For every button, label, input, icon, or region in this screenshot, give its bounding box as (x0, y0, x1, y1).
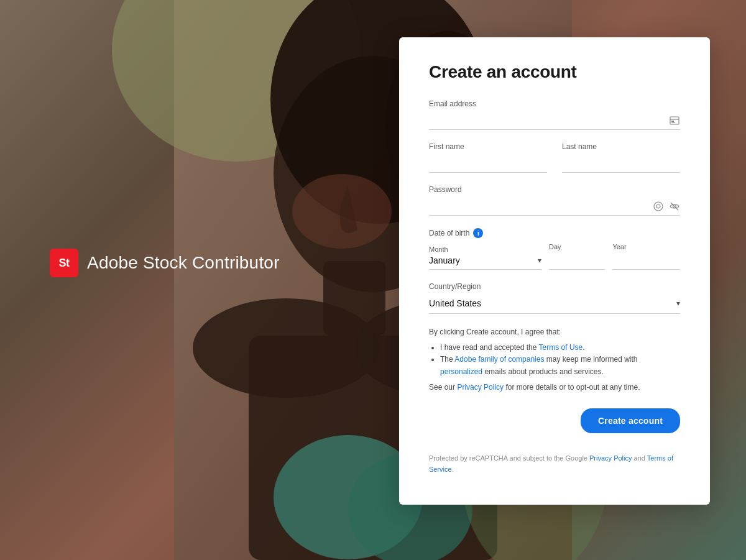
autofill-icon[interactable] (669, 115, 680, 126)
year-input[interactable] (612, 253, 680, 270)
password-input-wrapper (429, 198, 680, 216)
svg-rect-14 (670, 117, 679, 124)
month-chevron-icon: ▾ (538, 256, 541, 265)
adobe-family-link[interactable]: Adobe family of companies (454, 355, 544, 364)
svg-point-18 (654, 202, 663, 211)
email-label: Email address (429, 99, 680, 108)
logo-area: St Adobe Stock Contributor (50, 249, 280, 277)
email-input[interactable] (429, 112, 680, 130)
email-icon-area (669, 115, 680, 126)
firstname-group: First name (429, 142, 547, 173)
legal-item1-post: . (583, 343, 584, 352)
svg-rect-16 (671, 121, 674, 122)
lastname-label: Last name (562, 142, 680, 151)
dob-info-icon[interactable]: i (473, 228, 483, 238)
country-group: Country/Region United States ▾ (429, 282, 680, 314)
captcha-mid: and (632, 454, 647, 462)
captcha-area: Protected by reCAPTCHA and subject to th… (429, 453, 680, 475)
legal-item2-post: emails about products and services. (482, 367, 604, 376)
logo-icon-text: St (59, 257, 70, 270)
firstname-label: First name (429, 142, 547, 151)
dob-group: Date of birth i Month January ▾ Day Year (429, 228, 680, 270)
create-account-button[interactable]: Create account (581, 408, 680, 433)
email-group: Email address (429, 99, 680, 130)
dob-row: Month January ▾ Day Year (429, 243, 680, 270)
dob-label: Date of birth (429, 229, 469, 237)
password-icon-area (653, 201, 680, 212)
password-group: Password (429, 185, 680, 216)
month-label: Month (429, 246, 541, 253)
password-strength-icon (653, 201, 664, 212)
legal-item1-pre: I have read and accepted the (440, 343, 539, 352)
password-input[interactable] (429, 198, 680, 216)
show-password-icon[interactable] (669, 201, 680, 212)
month-select[interactable]: January ▾ (429, 255, 541, 270)
year-col: Year (612, 243, 680, 270)
dob-label-row: Date of birth i (429, 228, 680, 238)
svg-line-21 (671, 203, 678, 210)
app-logo-icon: St (50, 249, 78, 277)
country-label: Country/Region (429, 282, 680, 291)
svg-rect-17 (671, 122, 675, 123)
legal-item-2: The Adobe family of companies may keep m… (440, 354, 680, 377)
name-row: First name Last name (429, 142, 680, 185)
lastname-input[interactable] (562, 155, 680, 173)
day-col: Day (549, 243, 605, 270)
app-name: Adobe Stock Contributor (87, 253, 280, 273)
month-value: January (429, 255, 460, 265)
terms-of-use-link[interactable]: Terms of Use (539, 343, 583, 352)
firstname-input[interactable] (429, 155, 547, 173)
create-account-panel: Create an account Email address First na… (399, 37, 710, 505)
country-chevron-icon: ▾ (676, 299, 680, 308)
captcha-pre: Protected by reCAPTCHA and subject to th… (429, 454, 589, 462)
svg-point-19 (656, 204, 660, 208)
legal-see-post: for more details or to opt-out at any ti… (504, 383, 640, 392)
legal-item-1: I have read and accepted the Terms of Us… (440, 342, 680, 354)
legal-item2-mid: may keep me informed with (544, 355, 637, 364)
country-select[interactable]: United States ▾ (429, 296, 680, 314)
personalized-link[interactable]: personalized (440, 367, 482, 376)
year-label: Year (612, 243, 680, 250)
legal-text-area: By clicking Create account, I agree that… (429, 326, 680, 393)
legal-see: See our (429, 383, 457, 392)
captcha-privacy-link[interactable]: Privacy Policy (589, 454, 632, 462)
password-label: Password (429, 185, 680, 194)
day-input[interactable] (549, 253, 605, 270)
email-input-wrapper (429, 112, 680, 130)
form-title: Create an account (429, 62, 680, 82)
legal-item2-pre: The (440, 355, 454, 364)
legal-intro: By clicking Create account, I agree that… (429, 328, 561, 336)
privacy-policy-link[interactable]: Privacy Policy (457, 383, 504, 392)
day-label: Day (549, 243, 605, 250)
legal-list: I have read and accepted the Terms of Us… (440, 342, 680, 378)
lastname-group: Last name (562, 142, 680, 173)
country-value: United States (429, 298, 481, 308)
captcha-end: . (452, 466, 454, 473)
month-col: Month January ▾ (429, 246, 541, 270)
